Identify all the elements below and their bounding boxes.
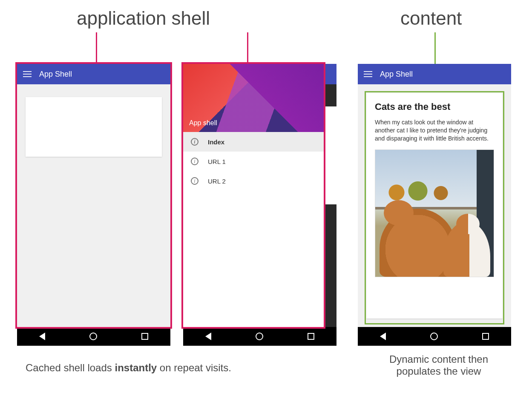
caption-text: Dynamic content then [371,353,507,365]
article-body: When my cats look out the window at anot… [375,118,494,143]
phone-shell-drawer: App shell i Index i URL 1 i URL 2 [183,64,324,346]
recent-icon[interactable] [308,333,314,340]
recent-icon[interactable] [141,333,148,340]
article-image [375,149,494,277]
heading-content: content [400,8,462,29]
drawer-item-index[interactable]: i Index [183,132,324,152]
app-bar-title: App Shell [39,70,72,79]
back-icon[interactable] [39,333,45,340]
android-nav-bar [17,327,170,346]
caption-emphasis: instantly [115,362,157,373]
info-icon: i [191,158,198,165]
menu-icon[interactable] [364,71,372,77]
caption-content: Dynamic content then populates the view [371,353,507,377]
caption-shell: Cached shell loads instantly on repeat v… [26,362,231,374]
content-card: Cats are the best When my cats look out … [366,93,503,318]
drawer-item-label: Index [208,138,224,146]
app-bar: App Shell [17,64,170,84]
caption-text: Cached shell loads [26,362,115,373]
menu-icon[interactable] [23,71,32,77]
connector-line [247,32,248,62]
info-icon: i [191,177,198,185]
app-bar: App Shell [358,64,511,84]
android-nav-bar [183,327,336,346]
drawer-list: i Index i URL 1 i URL 2 [183,132,324,327]
drawer-header: App shell [183,64,324,132]
caption-text: on repeat visits. [157,362,231,373]
phone-body: Cats are the best When my cats look out … [358,84,511,327]
drawer-header-label: App shell [189,119,217,127]
phone-shell-empty: App Shell [17,64,170,346]
back-icon[interactable] [205,333,211,340]
drawer-item-url1[interactable]: i URL 1 [183,152,324,171]
background-sliver [324,64,336,327]
recent-icon[interactable] [482,333,489,340]
connector-line [96,32,97,62]
android-nav-bar [358,327,511,346]
empty-content-card [26,97,162,157]
home-icon[interactable] [89,333,97,340]
home-icon[interactable] [256,333,263,340]
phone-body [17,84,170,327]
app-bar-title: App Shell [380,70,413,79]
phone-content: App Shell Cats are the best When my cats… [358,64,511,346]
article-title: Cats are the best [375,101,494,112]
drawer-item-label: URL 1 [208,158,226,165]
info-icon: i [191,138,198,146]
back-icon[interactable] [380,333,386,340]
home-icon[interactable] [430,333,438,340]
heading-app-shell: application shell [77,8,210,29]
drawer-item-label: URL 2 [208,178,226,185]
drawer-item-url2[interactable]: i URL 2 [183,171,324,191]
caption-text: populates the view [371,365,507,377]
